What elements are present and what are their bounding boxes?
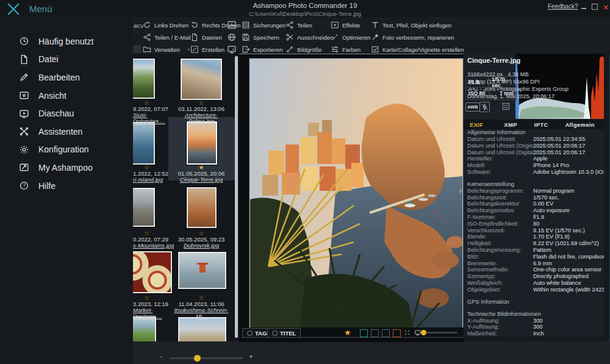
- thumbnail-caption[interactable]: ☆ 11.04.2023, 11:06 Itsukushima-Schrein-…: [172, 295, 231, 319]
- thumbnail-filename[interactable]: Cinque-Terre.jpg: [172, 177, 231, 183]
- thumbnail-filename[interactable]: ri-Island.jpg: [133, 177, 176, 183]
- exif-row: Belichtungsmessung:Pattern: [467, 247, 604, 254]
- sidebar-item-my-ashampoo[interactable]: My Ashampoo: [0, 159, 133, 177]
- tab-allgemein[interactable]: Allgemein: [565, 121, 595, 128]
- effekte-button[interactable]: Effekte: [331, 19, 370, 31]
- thumbnail-siusi-dolomites[interactable]: [133, 59, 155, 99]
- thumbnail-architecture-palma[interactable]: [181, 59, 222, 100]
- text-einfuegen-button[interactable]: Text, Pfeil, Objekt einfügen: [371, 19, 464, 31]
- thumbnail-market-positano[interactable]: [133, 251, 172, 293]
- viewer-zoom-slider-knob[interactable]: [421, 330, 426, 335]
- thumbnail-mountains[interactable]: [133, 188, 155, 227]
- exif-value: 300: [533, 318, 604, 324]
- image-frame-button[interactable]: [227, 20, 237, 30]
- ausschneiden-button[interactable]: Ausschneiden: [285, 31, 334, 43]
- screen-button[interactable]: [227, 45, 237, 54]
- exif-value: iPhone 14 Pro: [533, 162, 604, 169]
- resize-icon: [285, 45, 294, 54]
- info-panel-collapse-arrow[interactable]: [459, 188, 463, 194]
- metadata-tabs: EXIF XMP IPTC Allgemein: [464, 120, 604, 129]
- share-email-button[interactable]: Teilen / E-Mail: [143, 31, 191, 43]
- exif-label: Weißabgleich:: [467, 280, 533, 287]
- sidebar-item-diaschau[interactable]: Diaschau: [0, 104, 133, 123]
- optimieren-button[interactable]: Optimieren: [331, 31, 370, 43]
- thumbnail-caption[interactable]: ☆ 03.11.2022, 13:06 Architecture-Palma.j…: [172, 100, 231, 124]
- button-label: Teilen: [297, 22, 312, 29]
- sliders-icon: [331, 45, 339, 54]
- titel-toggle-button[interactable]: TITEL: [267, 328, 301, 338]
- speichern-button[interactable]: Speichern: [242, 31, 285, 43]
- thumbnail-cinque-terre[interactable]: [187, 121, 217, 165]
- image-option-button[interactable]: [382, 329, 390, 337]
- exif-row: Modell:iPhone 14 Pro: [467, 162, 604, 169]
- thumbnail-filename[interactable]: Dubrovnik.jpg: [172, 243, 231, 249]
- exif-label: F-Nummer:: [467, 214, 533, 221]
- exif-row: Datum und Uhrzeit:2025:05:01 22:34:55: [467, 136, 604, 143]
- button-label: Speichern: [253, 34, 279, 41]
- minimize-button[interactable]: [580, 4, 588, 11]
- thumbnail-island[interactable]: [133, 122, 155, 165]
- thumbnail-filename[interactable]: s-Mountains.jpg: [133, 243, 176, 249]
- exif-row: Weißabgleich:Auto white balance: [467, 280, 604, 287]
- thumbnail-caption[interactable]: ☆ 9.2022, 07:07 Siusi-Dolomites....: [133, 100, 176, 124]
- exif-row: Hersteller:Apple: [467, 155, 604, 162]
- thumbnail-caption[interactable]: ☆ 1.2022, 12:52 ri-Island.jpg: [133, 165, 176, 183]
- thumbnail-green-hills[interactable]: [133, 316, 156, 341]
- thumbnail-caption[interactable]: ☆ 0.2022, 07:29 s-Mountains.jpg: [133, 230, 176, 249]
- rotate-left-button[interactable]: Links Drehen: [143, 19, 191, 31]
- exif-label: Blende:: [467, 234, 533, 240]
- thumbnail-caption[interactable]: ☆ 3.2023, 12:19 Market-Positano....: [133, 295, 176, 319]
- sidebar-item-ansicht[interactable]: Ansicht: [0, 87, 133, 105]
- thumbnail-filename[interactable]: Market-Positano....: [133, 307, 176, 319]
- thumbnail-filename[interactable]: Architecture-Palma.jpg: [172, 112, 231, 124]
- feedback-link[interactable]: Feedback?: [548, 3, 578, 10]
- button-label: Links Drehen: [154, 22, 188, 29]
- sidebar-item-assistenten[interactable]: Assistenten: [0, 123, 133, 141]
- histogram-toggle-button[interactable]: [393, 329, 401, 337]
- teilen-button[interactable]: Teilen: [285, 19, 334, 31]
- thumbnail-filename[interactable]: Itsukushima-Schrein-Mi...: [172, 307, 231, 319]
- rating-star-icon[interactable]: ★: [344, 328, 351, 337]
- fullscreen-icon[interactable]: [404, 329, 411, 336]
- zoom-in-button[interactable]: +: [249, 352, 253, 361]
- thumbnail-mailboxes[interactable]: [178, 317, 226, 341]
- thumbnail-dubrovnik[interactable]: [187, 187, 217, 228]
- exif-label: Modell:: [467, 162, 533, 169]
- bottom-strip: - +: [133, 341, 610, 364]
- sidebar-item-haeufig-benutzt[interactable]: Häufig benutzt: [0, 32, 133, 51]
- thumbnail-itsukushima[interactable]: [178, 252, 226, 289]
- sidebar-item-bearbeiten[interactable]: Bearbeiten: [0, 68, 133, 87]
- sidebar-item-hilfe[interactable]: Hilfe: [0, 177, 133, 195]
- exif-row: Maßeinheit:Inch: [467, 330, 604, 337]
- close-button[interactable]: ✕: [601, 4, 610, 11]
- tab-iptc[interactable]: IPTC: [534, 121, 548, 128]
- main-photo-cinque-terre[interactable]: [249, 59, 463, 337]
- backup-icon: [242, 21, 250, 29]
- exif-row: Blende:1.70 EV (f/1.8): [467, 234, 604, 240]
- image-option-button[interactable]: [371, 329, 379, 337]
- sidebar-item-konfiguration[interactable]: Konfiguration: [0, 141, 133, 159]
- thumbnail-scrollbar[interactable]: [235, 56, 238, 338]
- viewer-zoom-slider-track[interactable]: [420, 332, 458, 334]
- sidebar-item-datei[interactable]: Datei: [0, 51, 133, 69]
- foto-verbessern-button[interactable]: Foto verbessern, reparieren: [371, 31, 464, 43]
- thumbnail-filename[interactable]: Siusi-Dolomites....: [133, 112, 176, 124]
- zoom-slider-track[interactable]: [170, 357, 243, 359]
- exif-value: 0.00 EV: [533, 201, 604, 207]
- compare-image-button[interactable]: [360, 329, 368, 337]
- zoom-slider-knob[interactable]: [194, 355, 201, 362]
- sicherungen-button[interactable]: Sicherungen: [242, 19, 285, 31]
- text-icon: [371, 21, 379, 29]
- tab-xmp[interactable]: XMP: [504, 121, 517, 128]
- thumbnail-caption[interactable]: ☆ 30.05.2025, 09:23 Dubrovnik.jpg: [172, 230, 231, 249]
- thumbnail-caption-selected[interactable]: ★ 01.05.2025, 20:06 Cinque-Terre.jpg: [172, 165, 231, 183]
- globe-button[interactable]: [227, 32, 237, 42]
- exif-label: Software:: [467, 169, 533, 176]
- button-label: Sicherungen: [253, 22, 285, 29]
- zoom-out-button[interactable]: -: [160, 352, 162, 361]
- maximize-button[interactable]: [590, 4, 599, 11]
- sidebar-item-label: Häufig benutzt: [38, 37, 93, 46]
- shutter-value: 1/570 sec: [489, 77, 516, 88]
- tab-exif[interactable]: EXIF: [470, 121, 483, 128]
- exif-value: 2025:05:01 22:34:55: [533, 136, 604, 143]
